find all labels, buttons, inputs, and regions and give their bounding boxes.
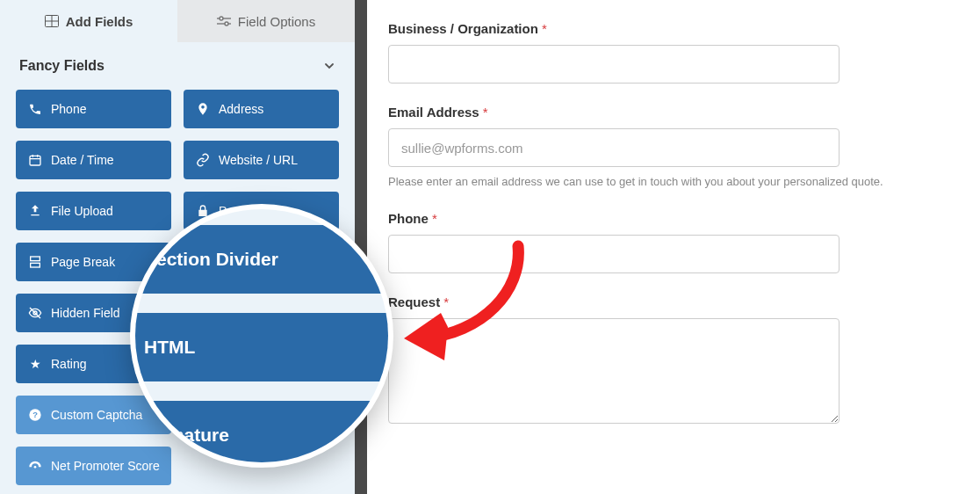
svg-text:?: ?	[32, 410, 38, 419]
star-icon: ★	[28, 357, 42, 371]
input-phone[interactable]	[388, 235, 839, 273]
svg-point-6	[225, 22, 228, 25]
field-html[interactable]: HTML	[184, 294, 339, 332]
code-icon	[196, 306, 210, 320]
label-request: Request *	[388, 294, 961, 309]
divider-icon	[196, 255, 210, 269]
label-request-text: Request	[388, 294, 440, 309]
field-hidden[interactable]: Hidden Field	[16, 294, 171, 332]
form-field-business: Business / Organization *	[388, 21, 961, 84]
field-password-label: P	[219, 204, 227, 218]
label-email: Email Address *	[388, 105, 961, 120]
svg-rect-12	[31, 263, 40, 267]
form-field-phone: Phone *	[388, 211, 961, 273]
field-section-divider[interactable]: Section Divider	[184, 243, 339, 281]
grid-icon	[45, 15, 59, 27]
upload-icon	[28, 204, 42, 218]
tab-add-fields-label: Add Fields	[66, 14, 133, 29]
form-field-request: Request *	[388, 294, 961, 427]
field-phone[interactable]: Phone	[16, 90, 171, 128]
label-phone: Phone *	[388, 211, 961, 226]
page-break-icon	[28, 255, 42, 269]
field-section-divider-label: Section Divider	[219, 255, 301, 269]
field-custom-captcha-label: Custom Captcha	[51, 408, 142, 422]
required-asterisk: *	[542, 21, 547, 36]
field-date-time[interactable]: Date / Time	[16, 141, 171, 179]
field-html-label: HTML	[219, 306, 252, 320]
pencil-icon	[196, 357, 210, 371]
field-rating[interactable]: ★ Rating	[16, 345, 171, 383]
label-email-text: Email Address	[388, 105, 479, 120]
label-business: Business / Organization *	[388, 21, 961, 36]
field-grid: Phone Address Date / Time Website / URL …	[0, 83, 355, 494]
form-field-email: Email Address * Please enter an email ad…	[388, 105, 961, 190]
label-business-text: Business / Organization	[388, 21, 538, 36]
field-address-label: Address	[219, 102, 263, 116]
svg-point-18	[34, 466, 37, 469]
required-asterisk: *	[443, 294, 449, 309]
field-rating-label: Rating	[51, 357, 86, 371]
field-net-promoter[interactable]: Net Promoter Score	[16, 447, 171, 485]
field-file-upload-label: File Upload	[51, 204, 113, 218]
field-address[interactable]: Address	[184, 90, 339, 128]
tab-field-options[interactable]: Field Options	[177, 0, 355, 42]
field-net-promoter-label: Net Promoter Score	[51, 459, 160, 473]
field-page-break-label: Page Break	[51, 255, 115, 269]
field-date-time-label: Date / Time	[51, 153, 114, 167]
required-asterisk: *	[432, 211, 437, 226]
sidebar-tabs: Add Fields Field Options	[0, 0, 355, 42]
question-icon: ?	[28, 408, 42, 422]
dashboard-icon	[28, 459, 42, 473]
tab-add-fields[interactable]: Add Fields	[0, 0, 177, 42]
desc-email: Please enter an email address we can use…	[388, 174, 961, 190]
tab-field-options-label: Field Options	[238, 14, 315, 29]
eye-off-icon	[28, 306, 42, 320]
field-signature-label: Signature	[219, 357, 271, 371]
input-business[interactable]	[388, 45, 839, 84]
svg-rect-7	[30, 156, 40, 165]
chevron-down-icon	[323, 60, 335, 72]
field-website-url[interactable]: Website / URL	[184, 141, 339, 179]
textarea-request[interactable]	[388, 318, 839, 424]
section-header-fancy-fields[interactable]: Fancy Fields	[0, 42, 355, 83]
field-password[interactable]: P	[184, 192, 339, 230]
calendar-icon	[28, 153, 42, 167]
field-page-break[interactable]: Page Break	[16, 243, 171, 281]
field-file-upload[interactable]: File Upload	[16, 192, 171, 230]
link-icon	[196, 153, 210, 167]
svg-point-4	[220, 17, 223, 20]
phone-icon	[28, 102, 42, 116]
field-hidden-label: Hidden Field	[51, 306, 120, 320]
field-website-url-label: Website / URL	[219, 153, 298, 167]
lock-icon	[196, 204, 210, 218]
sidebar: Add Fields Field Options Fancy Fields Ph…	[0, 0, 357, 494]
field-phone-label: Phone	[51, 102, 86, 116]
section-title: Fancy Fields	[19, 58, 104, 74]
label-phone-text: Phone	[388, 211, 429, 226]
required-asterisk: *	[483, 105, 488, 120]
svg-rect-11	[31, 257, 40, 261]
map-pin-icon	[196, 102, 210, 116]
sliders-icon	[217, 15, 231, 27]
input-email[interactable]	[388, 128, 839, 167]
field-signature[interactable]: Signature	[184, 345, 339, 383]
field-custom-captcha[interactable]: ? Custom Captcha	[16, 396, 171, 434]
form-preview: Business / Organization * Email Address …	[369, 0, 980, 494]
